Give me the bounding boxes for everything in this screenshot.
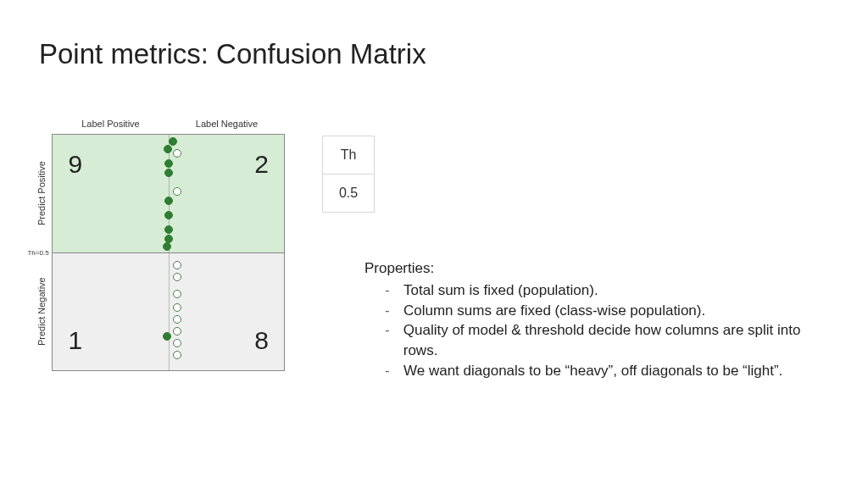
cm-value-tn: 8 — [254, 326, 269, 355]
properties-item-text: We want diagonals to be “heavy”, off dia… — [403, 361, 782, 381]
dot-positive-icon — [164, 159, 173, 168]
bullet-dash-icon: - — [385, 301, 403, 321]
dot-positive-icon — [163, 332, 171, 341]
cm-grid: 9 2 1 8 Th=0.5 — [52, 134, 285, 371]
cm-column-headers: Label Positive Label Negative — [53, 119, 285, 129]
dot-negative-icon — [173, 339, 181, 347]
properties-item: -Total sum is fixed (population). — [385, 280, 834, 301]
properties-list: -Total sum is fixed (population).-Column… — [364, 280, 834, 381]
dot-negative-icon — [173, 290, 181, 298]
dot-negative-icon — [173, 261, 181, 269]
bullet-dash-icon: - — [385, 320, 403, 361]
confusion-matrix-figure: Label Positive Label Negative Predict Po… — [31, 119, 285, 371]
dot-negative-icon — [173, 273, 181, 281]
dot-positive-icon — [164, 225, 173, 234]
dot-negative-icon — [173, 303, 181, 312]
cm-threshold-line-label: Th=0.5 — [27, 249, 48, 257]
dot-positive-icon — [164, 169, 173, 177]
cm-value-tp: 9 — [68, 150, 82, 179]
properties-heading: Properties: — [364, 258, 834, 279]
dot-positive-icon — [164, 197, 173, 205]
bullet-dash-icon: - — [385, 361, 403, 381]
cm-col-negative-label: Label Negative — [169, 119, 285, 129]
threshold-readout: Th 0.5 — [322, 136, 375, 213]
properties-item: -Column sums are fixed (class-wise popul… — [385, 301, 834, 321]
dot-negative-icon — [173, 351, 181, 359]
dot-negative-icon — [173, 149, 181, 158]
cm-value-fp: 2 — [254, 150, 269, 179]
cm-value-fn: 1 — [68, 326, 82, 355]
dot-negative-icon — [173, 315, 181, 324]
page-title: Point metrics: Confusion Matrix — [39, 38, 426, 70]
dot-negative-icon — [173, 187, 181, 196]
properties-block: Properties: -Total sum is fixed (populat… — [364, 258, 834, 381]
bullet-dash-icon: - — [385, 280, 403, 301]
dot-positive-icon — [164, 211, 173, 219]
cm-col-positive-label: Label Positive — [53, 119, 169, 129]
cm-row-positive-label: Predict Positive — [31, 134, 52, 252]
dot-positive-icon — [163, 242, 171, 251]
properties-item-text: Total sum is fixed (population). — [403, 280, 598, 301]
properties-item-text: Column sums are fixed (class-wise popula… — [403, 301, 705, 321]
properties-item: -We want diagonals to be “heavy”, off di… — [385, 361, 834, 381]
slide-root: Point metrics: Confusion Matrix Label Po… — [0, 0, 868, 488]
dot-negative-icon — [173, 327, 181, 336]
threshold-value: 0.5 — [322, 175, 375, 213]
cm-row-negative-label: Predict Negative — [31, 252, 52, 371]
dot-positive-icon — [164, 145, 172, 153]
properties-item-text: Quality of model & threshold decide how … — [403, 320, 834, 361]
threshold-label: Th — [322, 136, 375, 175]
properties-item: -Quality of model & threshold decide how… — [385, 320, 834, 361]
